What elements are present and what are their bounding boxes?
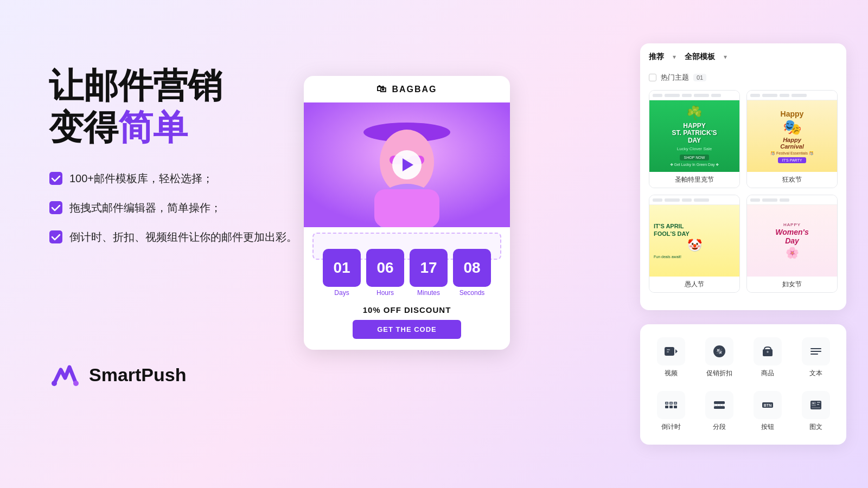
countdown-days-box: 01 (323, 249, 361, 287)
play-triangle-icon (403, 158, 413, 171)
stpatrick-subtitle: Lucky Clover Sale (677, 146, 712, 151)
countdown-days-label: Days (334, 289, 349, 297)
tool-video[interactable]: 视频 (649, 333, 693, 382)
svg-rect-31 (666, 402, 668, 404)
feature-item: 倒计时、折扣、视频组件让你的邮件更加出彩。 (49, 229, 309, 245)
countdown-hours-box: 06 (366, 249, 404, 287)
tool-panel: 视频 促销折扣 商品 (640, 324, 846, 445)
left-section: 让邮件营销 变得简单 100+邮件模板库，轻松选择； 拖拽式邮件编辑器，简单操作… (49, 65, 309, 278)
tab-all-templates[interactable]: 全部模板 (685, 52, 715, 62)
template-navbar-2 (747, 91, 837, 100)
template-card-carnival[interactable]: Happy 🎭 HappyCarnival 🎊 Festival Essenti… (746, 90, 838, 188)
nav-dot (711, 94, 721, 97)
email-video-area[interactable] (304, 102, 510, 227)
check-icon-2 (49, 201, 63, 215)
tool-text[interactable]: 文本 (794, 333, 838, 382)
features-list: 100+邮件模板库，轻松选择； 拖拽式邮件编辑器，简单操作； 倒计时、折扣、视频… (49, 170, 309, 245)
svg-rect-43 (812, 407, 820, 408)
svg-rect-24 (810, 354, 818, 355)
nav-dot (780, 198, 789, 202)
product-icon-box (754, 337, 782, 365)
tool-discount[interactable]: 促销折扣 (697, 333, 741, 382)
template-navbar-3 (649, 195, 739, 205)
template-navbar-4 (747, 195, 837, 205)
tab-recommended[interactable]: 推荐 (649, 52, 664, 62)
tool-product-label: 商品 (761, 369, 774, 378)
section-icon (712, 397, 727, 413)
svg-rect-19 (717, 349, 719, 351)
svg-rect-41 (817, 402, 820, 403)
countdown-hours-label: Hours (376, 289, 394, 297)
mask-icon: 🎭 (783, 120, 802, 135)
nav-dot (750, 94, 760, 97)
template-card-womensday[interactable]: HAPPY Women'sDay 🌸 妇女节 (746, 195, 838, 293)
imagetext-icon-box (802, 391, 830, 419)
nav-dot (780, 94, 789, 97)
nav-dot-wide (792, 94, 807, 97)
womensday-design: HAPPY Women'sDay 🌸 (747, 205, 837, 277)
countdown-seconds: 08 Seconds (453, 249, 491, 297)
section-icon-box (705, 391, 733, 419)
carnival-design: Happy 🎭 HappyCarnival 🎊 Festival Essenti… (747, 100, 837, 172)
tool-video-label: 视频 (665, 369, 678, 378)
countdown-row: 01 Days 06 Hours 17 Minutes 08 Seconds (304, 249, 510, 301)
tool-countdown[interactable]: 倒计时 (649, 387, 693, 436)
discount-icon-box (705, 337, 733, 365)
bag-icon: 🛍 (376, 84, 387, 95)
feature-text-3: 倒计时、折扣、视频组件让你的邮件更加出彩。 (69, 229, 297, 245)
video-icon (663, 344, 679, 359)
tab-all-arrow-icon: ▾ (724, 53, 727, 61)
carnival-header-label: Happy (781, 110, 804, 118)
check-icon-3 (49, 230, 63, 244)
template-card-stpatrick[interactable]: ☘️ HAPPYST. PATRICK'SDAY Lucky Clover Sa… (649, 90, 740, 188)
feature-text-2: 拖拽式邮件编辑器，简单操作； (69, 200, 221, 216)
nav-dot-wide (665, 198, 680, 202)
svg-rect-22 (810, 348, 821, 349)
tool-button[interactable]: BTN 按钮 (745, 387, 789, 436)
nav-dot (653, 94, 662, 97)
video-icon-box (657, 337, 685, 365)
logo-area: SmartPush (49, 359, 187, 391)
template-grid: ☘️ HAPPYST. PATRICK'SDAY Lucky Clover Sa… (649, 90, 838, 293)
carnival-btn: IT'S PARTY (778, 157, 807, 163)
svg-rect-13 (374, 189, 439, 227)
svg-rect-32 (670, 402, 672, 404)
svg-rect-30 (674, 406, 677, 408)
tool-button-label: 按钮 (761, 422, 774, 432)
tool-section[interactable]: 分段 (697, 387, 741, 436)
svg-rect-1 (49, 201, 62, 214)
nav-dot-wide (665, 94, 680, 97)
tool-text-label: 文本 (809, 369, 822, 378)
template-thumb-carnival: Happy 🎭 HappyCarnival 🎊 Festival Essenti… (747, 91, 837, 172)
nav-dot (682, 198, 692, 202)
svg-rect-29 (669, 406, 673, 408)
countdown-icon (663, 397, 679, 413)
womensday-subtitle: HAPPY (783, 222, 801, 227)
template-card-aprilfools[interactable]: IT'S APRILFOOL'S DAY 🤡 Fun deals await! … (649, 195, 740, 293)
tool-imagetext[interactable]: 图文 (794, 387, 838, 436)
template-panel: 推荐 ▾ 全部模板 ▾ 热门主题 01 ☘️ HAPPYST. PATRICK'… (640, 43, 846, 310)
svg-rect-16 (667, 349, 670, 350)
svg-point-3 (52, 381, 57, 386)
template-thumb-stpatrick: ☘️ HAPPYST. PATRICK'SDAY Lucky Clover Sa… (649, 91, 739, 172)
filter-checkbox[interactable] (649, 74, 656, 81)
get-code-button[interactable]: GET THE CODE (353, 320, 461, 339)
svg-point-4 (73, 381, 79, 386)
nav-dot-wide (762, 94, 777, 97)
feature-item: 100+邮件模板库，轻松选择； (49, 170, 309, 187)
svg-marker-15 (675, 349, 678, 354)
tool-imagetext-label: 图文 (809, 422, 822, 432)
tool-product[interactable]: 商品 (745, 333, 789, 382)
button-icon-box: BTN (754, 391, 782, 419)
smartpush-logo-icon (49, 359, 81, 391)
aprilfools-subtitle: Fun deals await! (654, 255, 681, 259)
discount-icon (712, 344, 727, 359)
flower-icon: 🌸 (786, 246, 799, 259)
filter-badge: 01 (693, 74, 706, 81)
tool-grid: 视频 促销折扣 商品 (649, 333, 838, 436)
aprilfools-emoji: 🤡 (687, 239, 702, 253)
filter-row: 热门主题 01 (649, 73, 838, 82)
play-button[interactable] (392, 150, 422, 179)
email-preview-card: 🛍 BAGBAG (304, 76, 510, 350)
template-thumb-aprilfools: IT'S APRILFOOL'S DAY 🤡 Fun deals await! (649, 195, 739, 277)
